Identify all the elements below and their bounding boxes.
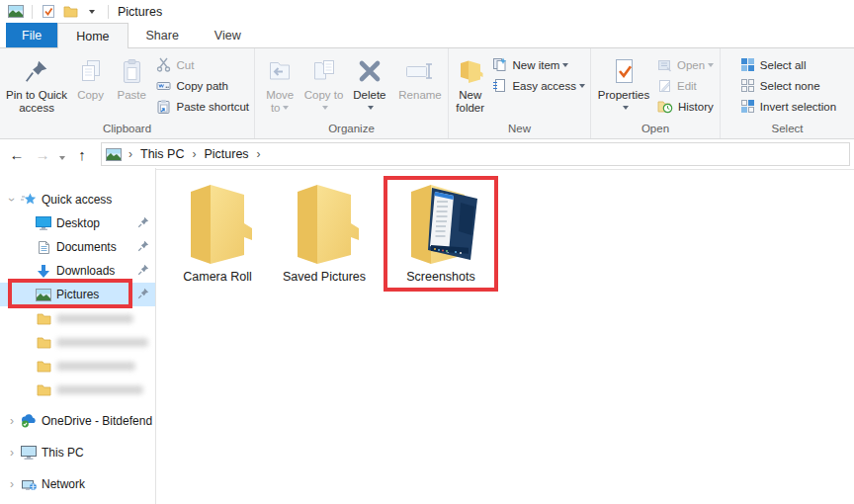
folder-name: Camera Roll (183, 270, 251, 284)
copy-path-button[interactable]: Copy path (152, 75, 253, 96)
pin-label: Pin to Quick access (5, 89, 68, 115)
history-label: History (678, 101, 714, 113)
paste-shortcut-button[interactable]: Paste shortcut (152, 96, 253, 117)
paste-button[interactable]: Paste (111, 51, 153, 102)
sidebar-item-documents[interactable]: Documents (0, 235, 155, 259)
cut-icon (156, 57, 171, 72)
sidebar-item-desktop[interactable]: Desktop (0, 211, 155, 235)
redacted-label (56, 385, 143, 394)
open-label: Open (677, 59, 714, 71)
quick-access-toolbar-dropdown[interactable] (83, 3, 101, 21)
sidebar-item-network[interactable]: › Network (0, 472, 155, 496)
sidebar-item-redacted-folder[interactable] (0, 354, 155, 378)
this-pc-icon (19, 446, 39, 460)
this-pc-label: This PC (42, 446, 84, 460)
folder-tile-screenshots[interactable]: Screenshots (393, 182, 488, 284)
easy-access-button[interactable]: Easy access (488, 75, 589, 96)
quick-newfolder-icon[interactable] (61, 3, 79, 21)
delete-dropdown[interactable] (365, 102, 374, 113)
paste-icon (120, 53, 143, 89)
folder-tile-camera-roll[interactable]: Camera Roll (170, 182, 265, 284)
onedrive-icon (19, 414, 39, 428)
new-folder-button[interactable]: New folder (452, 51, 488, 115)
recent-locations-dropdown[interactable] (55, 146, 69, 163)
open-small-buttons: Open Edit History (653, 51, 718, 117)
invert-selection-button[interactable]: Invert selection (736, 96, 840, 117)
chevron-collapsed-icon[interactable]: › (5, 477, 19, 491)
divider (108, 5, 109, 19)
ribbon-home: Pin to Quick access Copy Paste (0, 48, 854, 139)
window-title: Pictures (118, 5, 162, 19)
select-all-button[interactable]: Select all (736, 54, 840, 75)
redacted-label (56, 338, 148, 347)
copy-icon (79, 53, 103, 89)
crumb-chevron[interactable]: › (254, 147, 264, 161)
sidebar-item-redacted-folder[interactable] (0, 330, 155, 354)
annotation-red-box-pictures (8, 279, 132, 308)
rename-icon (405, 53, 435, 89)
edit-button[interactable]: Edit (653, 75, 718, 96)
copy-path-icon (156, 78, 171, 93)
back-button[interactable]: ← (4, 146, 30, 163)
folder-with-screenshot-icon (401, 182, 480, 265)
redacted-label (56, 362, 135, 371)
main-area: › Quick access Desktop Documents (0, 168, 854, 504)
folder-icon (181, 182, 254, 265)
crumb-this-pc[interactable]: This PC (135, 147, 189, 161)
navigation-pane: › Quick access Desktop Documents (0, 168, 156, 504)
select-all-icon (740, 57, 755, 72)
pin-icon (24, 53, 49, 89)
copy-button[interactable]: Copy (70, 51, 111, 102)
cut-button[interactable]: Cut (152, 54, 253, 75)
documents-label: Documents (56, 240, 117, 254)
open-button[interactable]: Open (653, 54, 718, 75)
properties-dropdown[interactable] (620, 102, 629, 113)
select-none-button[interactable]: Select none (736, 75, 840, 96)
quick-properties-icon[interactable] (40, 3, 57, 21)
chevron-expanded-icon[interactable]: › (5, 193, 19, 207)
sidebar-item-redacted-folder[interactable] (0, 306, 155, 330)
history-button[interactable]: History (653, 96, 718, 117)
up-button[interactable]: ↑ (69, 146, 95, 163)
ribbon-group-select: Select all Select none Invert selection … (721, 48, 854, 138)
folder-tile-saved-pictures[interactable]: Saved Pictures (277, 182, 372, 284)
copy-to-button[interactable]: Copy to (301, 51, 345, 115)
delete-label: Delete (353, 89, 385, 102)
move-to-button[interactable]: Move to (258, 51, 301, 115)
window-pictures-icon (7, 3, 25, 21)
chevron-collapsed-icon[interactable]: › (5, 414, 19, 428)
tab-home[interactable]: Home (57, 23, 128, 48)
downloads-label: Downloads (56, 264, 115, 278)
tab-share[interactable]: Share (128, 23, 197, 47)
copy-path-label: Copy path (176, 80, 227, 92)
tab-view[interactable]: View (197, 23, 259, 47)
redacted-label (56, 314, 133, 323)
sidebar-item-quick-access[interactable]: › Quick access (0, 188, 155, 211)
chevron-collapsed-icon[interactable]: › (5, 446, 19, 460)
folder-icon (34, 383, 53, 396)
crumb-chevron[interactable]: › (189, 147, 199, 161)
properties-button[interactable]: Properties (594, 51, 653, 113)
sidebar-item-redacted-folder[interactable] (0, 378, 155, 401)
move-to-label: Move to (260, 89, 299, 115)
sidebar-item-this-pc[interactable]: › This PC (0, 441, 155, 464)
easy-access-label: Easy access (512, 80, 585, 92)
pin-icon (137, 288, 149, 299)
pin-to-quick-access-button[interactable]: Pin to Quick access (3, 51, 70, 115)
paste-shortcut-icon (156, 99, 171, 114)
cut-label: Cut (176, 59, 194, 71)
group-label-select: Select (721, 122, 854, 138)
address-box[interactable]: › This PC › Pictures › (101, 142, 850, 166)
crumb-pictures[interactable]: Pictures (199, 147, 253, 161)
crumb-chevron[interactable]: › (126, 147, 135, 161)
forward-button[interactable]: → (30, 146, 55, 163)
pin-icon (137, 240, 149, 252)
rename-button[interactable]: Rename (393, 51, 447, 102)
tab-file[interactable]: File (6, 23, 57, 47)
sidebar-item-onedrive[interactable]: › OneDrive - Bitdefend (0, 409, 155, 433)
delete-button[interactable]: Delete (346, 51, 393, 113)
divider (32, 5, 33, 19)
invert-selection-icon (740, 99, 755, 114)
new-item-button[interactable]: New item (488, 54, 589, 75)
folder-icon (34, 336, 53, 349)
